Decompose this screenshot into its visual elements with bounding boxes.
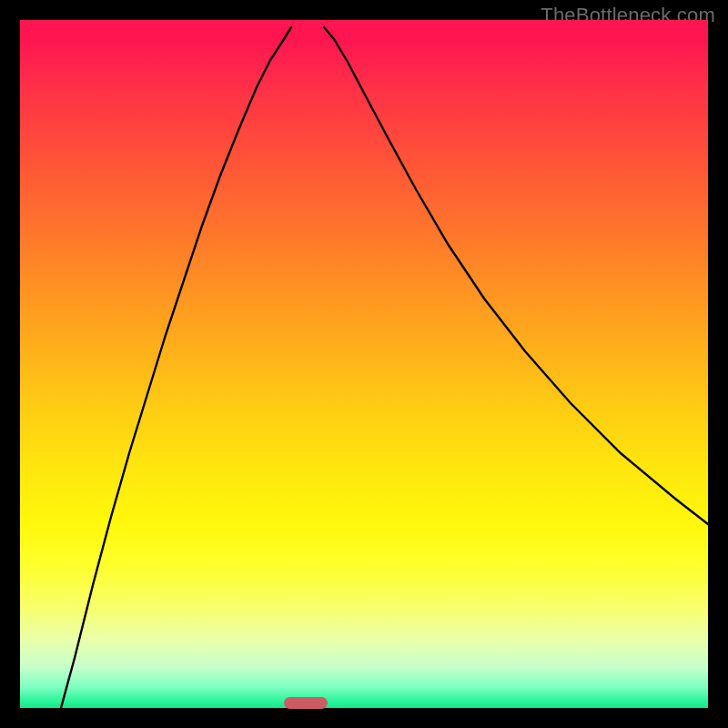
plot-area [20, 20, 708, 708]
right-curve [324, 27, 708, 524]
bottleneck-marker [284, 697, 328, 709]
curve-layer [20, 20, 708, 708]
outer-frame: TheBottleneck.com [0, 0, 728, 728]
left-curve [61, 27, 291, 708]
